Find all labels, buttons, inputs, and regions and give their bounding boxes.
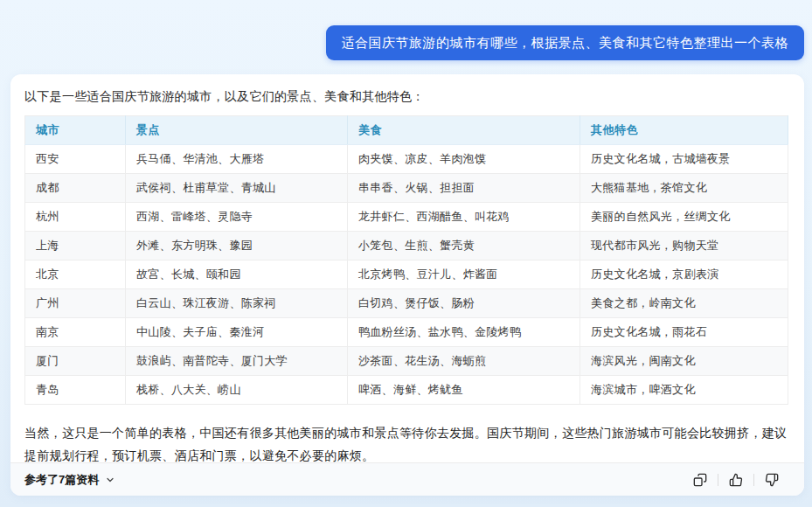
action-separator xyxy=(718,474,718,486)
cities-table: 城市景点美食其他特色 西安兵马俑、华清池、大雁塔肉夹馍、凉皮、羊肉泡馍历史文化名… xyxy=(24,115,788,405)
cities-table-body: 西安兵马俑、华清池、大雁塔肉夹馍、凉皮、羊肉泡馍历史文化名城，古城墙夜景成都武侯… xyxy=(25,145,788,405)
header-row: 城市景点美食其他特色 xyxy=(25,116,788,145)
table-cell: 中山陵、夫子庙、秦淮河 xyxy=(126,318,348,347)
table-row: 厦门鼓浪屿、南普陀寺、厦门大学沙茶面、花生汤、海蛎煎海滨风光，闽南文化 xyxy=(25,347,788,376)
table-cell: 成都 xyxy=(25,174,126,203)
table-cell: 武侯祠、杜甫草堂、青城山 xyxy=(126,174,348,203)
action-separator xyxy=(753,474,754,486)
table-cell: 啤酒、海鲜、烤鱿鱼 xyxy=(348,376,580,405)
chevron-down-icon xyxy=(105,475,115,485)
cities-table-header: 城市景点美食其他特色 xyxy=(25,116,788,145)
table-cell: 南京 xyxy=(25,318,126,347)
table-cell: 海滨城市，啤酒文化 xyxy=(580,376,788,405)
table-row: 南京中山陵、夫子庙、秦淮河鸭血粉丝汤、盐水鸭、金陵烤鸭历史文化名城，雨花石 xyxy=(25,318,788,347)
table-row: 上海外滩、东方明珠、豫园小笼包、生煎、蟹壳黄现代都市风光，购物天堂 xyxy=(25,232,788,260)
answer-action-bar xyxy=(689,470,790,490)
column-header: 美食 xyxy=(348,116,580,145)
answer-closing-text: 当然，这只是一个简单的表格，中国还有很多其他美丽的城市和景点等待你去发掘。国庆节… xyxy=(24,421,790,467)
table-cell: 美食之都，岭南文化 xyxy=(580,289,788,318)
user-message-bubble: 适合国庆节旅游的城市有哪些，根据景点、美食和其它特色整理出一个表格 xyxy=(326,25,805,60)
copy-button[interactable] xyxy=(689,470,711,490)
table-cell: 故宫、长城、颐和园 xyxy=(126,260,348,289)
column-header: 景点 xyxy=(126,116,348,145)
table-cell: 历史文化名城，京剧表演 xyxy=(580,260,788,289)
table-cell: 龙井虾仁、西湖醋鱼、叫花鸡 xyxy=(348,203,580,232)
thumbs-down-button[interactable] xyxy=(760,470,783,490)
assistant-answer-card: 以下是一些适合国庆节旅游的城市，以及它们的景点、美食和其他特色： 城市景点美食其… xyxy=(10,74,804,496)
table-cell: 肉夹馍、凉皮、羊肉泡馍 xyxy=(348,145,580,174)
table-cell: 鼓浪屿、南普陀寺、厦门大学 xyxy=(126,347,348,376)
table-cell: 白切鸡、煲仔饭、肠粉 xyxy=(348,289,580,318)
table-cell: 白云山、珠江夜游、陈家祠 xyxy=(126,289,348,318)
table-cell: 青岛 xyxy=(25,376,126,405)
table-cell: 大熊猫基地，茶馆文化 xyxy=(580,174,788,203)
column-header: 城市 xyxy=(25,116,126,145)
answer-footer: 参考了7篇资料 xyxy=(10,462,804,496)
references-toggle[interactable]: 参考了7篇资料 xyxy=(24,472,115,488)
table-cell: 北京 xyxy=(25,260,126,289)
table-cell: 沙茶面、花生汤、海蛎煎 xyxy=(348,347,580,376)
table-cell: 上海 xyxy=(25,232,126,260)
user-message-text: 适合国庆节旅游的城市有哪些，根据景点、美食和其它特色整理出一个表格 xyxy=(342,35,789,52)
table-cell: 西湖、雷峰塔、灵隐寺 xyxy=(126,203,348,232)
column-header: 其他特色 xyxy=(580,116,788,145)
table-row: 杭州西湖、雷峰塔、灵隐寺龙井虾仁、西湖醋鱼、叫花鸡美丽的自然风光，丝绸文化 xyxy=(25,203,788,232)
table-cell: 美丽的自然风光，丝绸文化 xyxy=(580,203,788,232)
table-cell: 串串香、火锅、担担面 xyxy=(348,174,580,203)
table-cell: 现代都市风光，购物天堂 xyxy=(580,232,788,260)
table-cell: 海滨风光，闽南文化 xyxy=(580,347,788,376)
table-row: 成都武侯祠、杜甫草堂、青城山串串香、火锅、担担面大熊猫基地，茶馆文化 xyxy=(25,174,788,203)
table-cell: 杭州 xyxy=(25,203,126,232)
table-cell: 西安 xyxy=(25,145,126,174)
table-cell: 历史文化名城，雨花石 xyxy=(580,318,788,347)
answer-intro-text: 以下是一些适合国庆节旅游的城市，以及它们的景点、美食和其他特色： xyxy=(24,87,790,105)
references-label: 参考了7篇资料 xyxy=(24,472,99,488)
table-row: 广州白云山、珠江夜游、陈家祠白切鸡、煲仔饭、肠粉美食之都，岭南文化 xyxy=(25,289,788,318)
table-cell: 兵马俑、华清池、大雁塔 xyxy=(126,145,348,174)
thumbs-up-button[interactable] xyxy=(725,470,747,490)
table-cell: 小笼包、生煎、蟹壳黄 xyxy=(348,232,580,260)
table-cell: 厦门 xyxy=(25,347,126,376)
thumbs-up-icon xyxy=(729,473,743,487)
table-cell: 鸭血粉丝汤、盐水鸭、金陵烤鸭 xyxy=(348,318,580,347)
table-cell: 北京烤鸭、豆汁儿、炸酱面 xyxy=(348,260,580,289)
table-row: 北京故宫、长城、颐和园北京烤鸭、豆汁儿、炸酱面历史文化名城，京剧表演 xyxy=(25,260,788,289)
table-row: 青岛栈桥、八大关、崂山啤酒、海鲜、烤鱿鱼海滨城市，啤酒文化 xyxy=(25,376,788,405)
table-row: 西安兵马俑、华清池、大雁塔肉夹馍、凉皮、羊肉泡馍历史文化名城，古城墙夜景 xyxy=(25,145,788,174)
table-cell: 栈桥、八大关、崂山 xyxy=(126,376,348,405)
table-cell: 历史文化名城，古城墙夜景 xyxy=(580,145,788,174)
copy-icon xyxy=(693,473,707,487)
table-cell: 广州 xyxy=(25,289,126,318)
thumbs-down-icon xyxy=(765,473,779,487)
table-cell: 外滩、东方明珠、豫园 xyxy=(126,232,348,260)
